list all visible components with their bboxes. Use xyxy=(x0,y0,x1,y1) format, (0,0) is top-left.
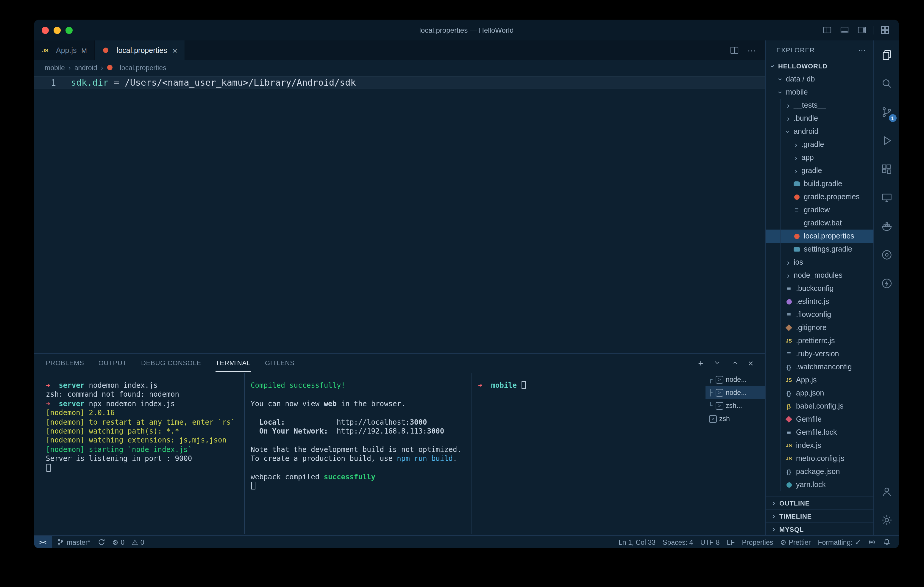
toggle-secondary-sidebar-icon[interactable] xyxy=(856,24,868,36)
tree-item-ios[interactable]: ›ios xyxy=(766,256,873,269)
search-icon[interactable] xyxy=(874,69,899,97)
run-debug-icon[interactable] xyxy=(874,126,899,155)
settings-gear-icon[interactable] xyxy=(874,505,899,534)
sync-changes-button[interactable] xyxy=(94,536,109,548)
editor[interactable]: 1sdk.dir = /Users/<nama_user_kamu>/Libra… xyxy=(34,75,765,353)
tree-item-gitignore[interactable]: .gitignore xyxy=(766,321,873,334)
sidebar-section-outline[interactable]: ›OUTLINE xyxy=(766,496,873,509)
tab-bar: JS App.js M local.properties × ⋯ xyxy=(34,40,765,60)
tree-item-gradle-properties[interactable]: gradle.properties xyxy=(766,190,873,203)
close-panel-icon[interactable]: × xyxy=(745,357,757,369)
tree-item-babel-config-js[interactable]: βbabel.config.js xyxy=(766,400,873,413)
tree-item-gradle[interactable]: ›gradle xyxy=(766,164,873,177)
thunder-client-icon[interactable] xyxy=(874,269,899,298)
extensions-icon[interactable] xyxy=(874,155,899,183)
prettier-status[interactable]: ⊘Prettier xyxy=(777,536,814,548)
terminal-list-item-zsh[interactable]: └>zsh... xyxy=(706,399,765,412)
tree-item-gradle[interactable]: ›.gradle xyxy=(766,138,873,151)
tree-item-mobile[interactable]: ›mobile xyxy=(766,86,873,99)
toggle-panel-icon[interactable] xyxy=(838,24,850,36)
breadcrumb-item-android[interactable]: android xyxy=(74,64,97,71)
zoom-window-button[interactable] xyxy=(66,26,73,34)
tree-item-index-js[interactable]: JSindex.js xyxy=(766,439,873,452)
breadcrumb-item-mobile[interactable]: mobile xyxy=(45,64,65,71)
terminal-list-item-node[interactable]: ┌>node... xyxy=(706,373,765,386)
panel-tab-problems[interactable]: PROBLEMS xyxy=(46,354,84,372)
tree-item-gradlew[interactable]: ≡gradlew xyxy=(766,203,873,217)
explorer-icon[interactable] xyxy=(874,40,899,69)
terminal-list-item-zsh[interactable]: >zsh xyxy=(706,412,765,425)
docker-icon[interactable] xyxy=(874,212,899,240)
panel-tab-gitlens[interactable]: GITLENS xyxy=(265,354,295,372)
customize-layout-icon[interactable] xyxy=(879,24,891,36)
accounts-icon[interactable] xyxy=(874,477,899,505)
terminal-pane-left[interactable]: ➜ server nodemon index.jszsh: command no… xyxy=(34,372,244,535)
gradle-icon xyxy=(792,179,801,188)
warnings-count[interactable]: ⚠0 xyxy=(128,536,148,548)
breadcrumb-item-local-properties[interactable]: local.properties xyxy=(120,64,167,71)
git-branch[interactable]: master* xyxy=(53,536,94,548)
tree-item-app-js[interactable]: JSApp.js xyxy=(766,373,873,386)
breadcrumb-separator-icon: › xyxy=(68,63,71,72)
tree-item-app[interactable]: ›app xyxy=(766,151,873,164)
tree-item-metro-config-js[interactable]: JSmetro.config.js xyxy=(766,452,873,465)
tree-item-gradlew-bat[interactable]: gradlew.bat xyxy=(766,217,873,230)
notifications[interactable] xyxy=(879,536,894,548)
tree-item-yarn-lock[interactable]: yarn.lock xyxy=(766,478,873,491)
language-mode[interactable]: Properties xyxy=(738,536,777,548)
minimize-window-button[interactable] xyxy=(54,26,61,34)
tree-item-local-properties[interactable]: local.properties xyxy=(766,230,873,243)
terminal-pane-middle[interactable]: Compiled successfully!You can now view w… xyxy=(245,372,472,535)
toggle-sidebar-icon[interactable] xyxy=(821,24,833,36)
indentation[interactable]: Spaces: 4 xyxy=(659,536,696,548)
feedback[interactable] xyxy=(865,536,879,548)
split-editor-icon[interactable] xyxy=(728,44,740,56)
panel-tab-debug-console[interactable]: DEBUG CONSOLE xyxy=(141,354,201,372)
remote-explorer-icon[interactable] xyxy=(874,183,899,212)
tree-item-build-gradle[interactable]: build.gradle xyxy=(766,177,873,190)
terminal-icon: > xyxy=(709,415,717,423)
sidebar-section-mysql[interactable]: ›MYSQL xyxy=(766,522,873,535)
source-control-icon[interactable]: 1 xyxy=(874,97,899,126)
tab-local-properties[interactable]: local.properties × xyxy=(95,40,185,60)
cursor-position[interactable]: Ln 1, Col 33 xyxy=(615,536,659,548)
more-actions-icon[interactable]: ⋯ xyxy=(746,44,758,56)
tree-item-package-json[interactable]: {}package.json xyxy=(766,465,873,478)
close-tab-icon[interactable]: × xyxy=(172,46,177,55)
tree-item-watchmanconfig[interactable]: {}.watchmanconfig xyxy=(766,360,873,373)
encoding[interactable]: UTF-8 xyxy=(696,536,723,548)
tree-item-android[interactable]: ›android xyxy=(766,125,873,138)
panel-tab-terminal[interactable]: TERMINAL xyxy=(216,354,251,372)
tree-item-data-db[interactable]: ›data / db xyxy=(766,72,873,86)
tree-item-gemfile[interactable]: Gemfile xyxy=(766,413,873,426)
java-icon xyxy=(792,193,801,201)
tree-item-gemfile-lock[interactable]: ≡Gemfile.lock xyxy=(766,426,873,439)
chevron-down-icon: › xyxy=(776,89,785,96)
errors-count[interactable]: ⊗0 xyxy=(109,536,128,548)
tree-item-tests[interactable]: ›__tests__ xyxy=(766,99,873,112)
explorer-more-actions-icon[interactable]: ⋯ xyxy=(858,46,866,54)
tree-item-helloworld[interactable]: ›HELLOWORLD xyxy=(766,59,873,72)
eol[interactable]: LF xyxy=(723,536,739,548)
close-window-button[interactable] xyxy=(42,26,49,34)
maximize-panel-icon[interactable]: › xyxy=(728,357,740,369)
terminal-pane-right[interactable]: ➜ mobile xyxy=(472,372,706,535)
tab-app-js[interactable]: JS App.js M xyxy=(34,40,95,60)
tree-item-eslintrc-js[interactable]: .eslintrc.js xyxy=(766,295,873,308)
tree-item-ruby-version[interactable]: ≡.ruby-version xyxy=(766,347,873,360)
tree-item-node-modules[interactable]: ›node_modules xyxy=(766,269,873,282)
tree-item-flowconfig[interactable]: ≡.flowconfig xyxy=(766,308,873,321)
circle-extension-icon[interactable] xyxy=(874,240,899,269)
new-terminal-icon[interactable]: + xyxy=(695,357,707,369)
tree-item-bundle[interactable]: ›.bundle xyxy=(766,112,873,125)
formatting-status[interactable]: Formatting:✓ xyxy=(815,536,865,548)
terminal-dropdown-icon[interactable]: › xyxy=(711,357,723,369)
panel-tab-output[interactable]: OUTPUT xyxy=(99,354,127,372)
remote-indicator[interactable]: >< xyxy=(34,536,52,548)
tree-item-prettierrc-js[interactable]: JS.prettierrc.js xyxy=(766,334,873,347)
sidebar-section-timeline[interactable]: ›TIMELINE xyxy=(766,509,873,522)
tree-item-app-json[interactable]: {}app.json xyxy=(766,386,873,400)
tree-item-settings-gradle[interactable]: settings.gradle xyxy=(766,243,873,256)
tree-item-buckconfig[interactable]: ≡.buckconfig xyxy=(766,282,873,295)
terminal-list-item-node[interactable]: ├>node... xyxy=(706,386,765,399)
